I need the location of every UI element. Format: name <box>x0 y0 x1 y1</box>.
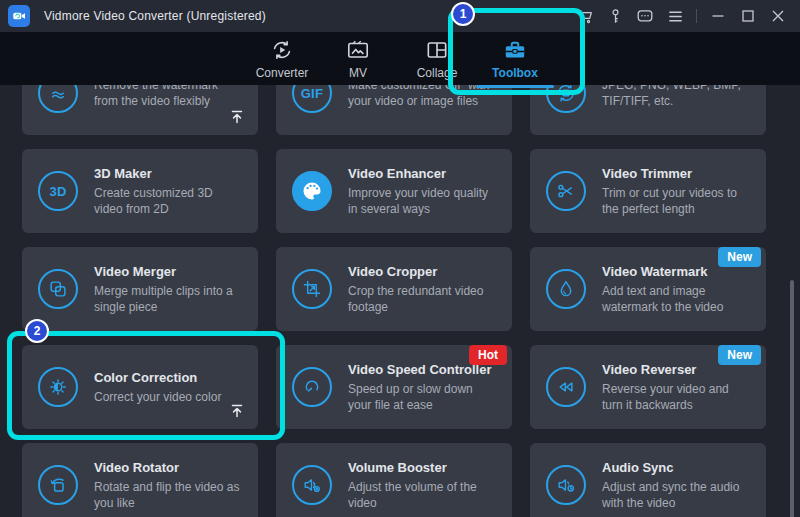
gauge-icon <box>292 367 332 407</box>
close-button[interactable] <box>769 7 787 25</box>
new-badge: New <box>718 247 761 267</box>
card-description: Adjust the volume of the video <box>348 479 498 511</box>
card-description: Create customized 3D video from 2D <box>94 185 244 217</box>
card-video-enhancer[interactable]: Video Enhancer Improve your video qualit… <box>276 149 512 233</box>
card-title: Video Trimmer <box>602 166 752 181</box>
menu-icon[interactable] <box>666 7 684 25</box>
image-converter-icon <box>546 85 586 113</box>
audio-clock-icon <box>546 465 586 505</box>
card-title: Video Merger <box>94 264 244 279</box>
scissors-icon <box>546 171 586 211</box>
tool-grid: Remove the watermark from the video flex… <box>22 85 766 517</box>
key-icon[interactable] <box>606 7 624 25</box>
mv-icon <box>345 37 371 63</box>
crop-icon <box>292 269 332 309</box>
card-3d-maker[interactable]: 3D 3D Maker Create customized 3D video f… <box>22 149 258 233</box>
rewind-icon <box>546 367 586 407</box>
tab-converter[interactable]: Converter <box>242 37 322 80</box>
step-2-badge: 2 <box>25 319 49 343</box>
tab-collage-label: Collage <box>417 66 458 80</box>
card-description: Merge multiple clips into a single piece <box>94 283 244 315</box>
card-title: Video Rotator <box>94 460 244 475</box>
card-video-watermark[interactable]: New Video Watermark Add text and image w… <box>530 247 766 331</box>
collage-icon <box>424 37 450 63</box>
card-description: Remove the watermark from the video flex… <box>94 85 244 109</box>
tab-converter-label: Converter <box>256 66 309 80</box>
toolbox-panel: Remove the watermark from the video flex… <box>0 85 800 517</box>
card-title: 3D Maker <box>94 166 244 181</box>
volume-plus-icon <box>292 465 332 505</box>
card-description: Improve your video quality in several wa… <box>348 185 498 217</box>
minimize-button[interactable] <box>709 7 727 25</box>
new-badge: New <box>718 345 761 365</box>
rotate-icon <box>38 465 78 505</box>
card-title: Video Enhancer <box>348 166 498 181</box>
3d-icon-text: 3D <box>49 184 66 199</box>
card-description: Correct your video color <box>94 389 221 405</box>
feedback-icon[interactable] <box>636 7 654 25</box>
tab-mv-label: MV <box>349 66 367 80</box>
card-description: Crop the redundant video footage <box>348 283 498 315</box>
card-title: Video Cropper <box>348 264 498 279</box>
app-logo-icon <box>8 5 30 27</box>
merge-icon <box>38 269 78 309</box>
titlebar: Vidmore Video Converter (Unregistered) <box>0 0 800 32</box>
main-navigation: Converter MV Collage <box>0 32 800 85</box>
3d-icon: 3D <box>38 171 78 211</box>
card-video-rotator[interactable]: Video Rotator Rotate and flip the video … <box>22 443 258 517</box>
card-audio-sync[interactable]: Audio Sync Adjust and sync the audio wit… <box>530 443 766 517</box>
tab-collage[interactable]: Collage <box>397 37 477 80</box>
card-description: JPEG, PNG, WEBP, BMP, TIF/TIFF, etc. <box>602 85 752 109</box>
card-title: Color Correction <box>94 370 221 385</box>
vertical-scrollbar-thumb[interactable] <box>790 280 794 517</box>
card-video-merger[interactable]: Video Merger Merge multiple clips into a… <box>22 247 258 331</box>
cart-icon[interactable] <box>576 7 594 25</box>
card-volume-booster[interactable]: Volume Booster Adjust the volume of the … <box>276 443 512 517</box>
card-watermark-remover[interactable]: Remove the watermark from the video flex… <box>22 85 258 135</box>
gif-icon-text: GIF <box>301 86 324 101</box>
window-title: Vidmore Video Converter (Unregistered) <box>44 9 266 23</box>
step-1-badge: 1 <box>451 2 475 26</box>
maximize-button[interactable] <box>739 7 757 25</box>
card-description: Reverse your video and turn it backwards <box>602 381 752 413</box>
collapse-top-icon[interactable] <box>228 108 246 126</box>
titlebar-separator <box>696 9 697 23</box>
sun-icon <box>38 367 78 407</box>
card-image-converter[interactable]: JPEG, PNG, WEBP, BMP, TIF/TIFF, etc. <box>530 85 766 135</box>
watermark-remover-icon <box>38 85 78 113</box>
tab-mv[interactable]: MV <box>318 37 398 80</box>
card-title: Audio Sync <box>602 460 752 475</box>
card-description: Speed up or slow down your file at ease <box>348 381 498 413</box>
tab-toolbox[interactable]: Toolbox <box>475 37 555 88</box>
hot-badge: Hot <box>469 345 507 365</box>
tab-toolbox-label: Toolbox <box>492 66 538 80</box>
converter-icon <box>269 37 295 63</box>
card-description: Add text and image watermark to the vide… <box>602 283 752 315</box>
gif-maker-icon: GIF <box>292 85 332 113</box>
card-gif-maker[interactable]: GIF Make customized GIF with your video … <box>276 85 512 135</box>
card-video-trimmer[interactable]: Video Trimmer Trim or cut your videos to… <box>530 149 766 233</box>
collapse-top-icon[interactable] <box>228 402 246 420</box>
active-tab-underline <box>476 85 554 88</box>
card-description: Adjust and sync the audio with the video <box>602 479 752 511</box>
card-title: Volume Booster <box>348 460 498 475</box>
card-description: Make customized GIF with your video or i… <box>348 85 498 109</box>
card-video-reverser[interactable]: New Video Reverser Reverse your video an… <box>530 345 766 429</box>
toolbox-icon <box>502 37 528 63</box>
card-video-cropper[interactable]: Video Cropper Crop the redundant video f… <box>276 247 512 331</box>
droplet-icon <box>546 269 586 309</box>
card-color-correction[interactable]: Color Correction Correct your video colo… <box>22 345 258 429</box>
app-window: Vidmore Video Converter (Unregistered) <box>0 0 800 517</box>
palette-icon <box>292 171 332 211</box>
card-description: Trim or cut your videos to the perfect l… <box>602 185 752 217</box>
card-video-speed-controller[interactable]: Hot Video Speed Controller Speed up or s… <box>276 345 512 429</box>
card-description: Rotate and flip the video as you like <box>94 479 244 511</box>
